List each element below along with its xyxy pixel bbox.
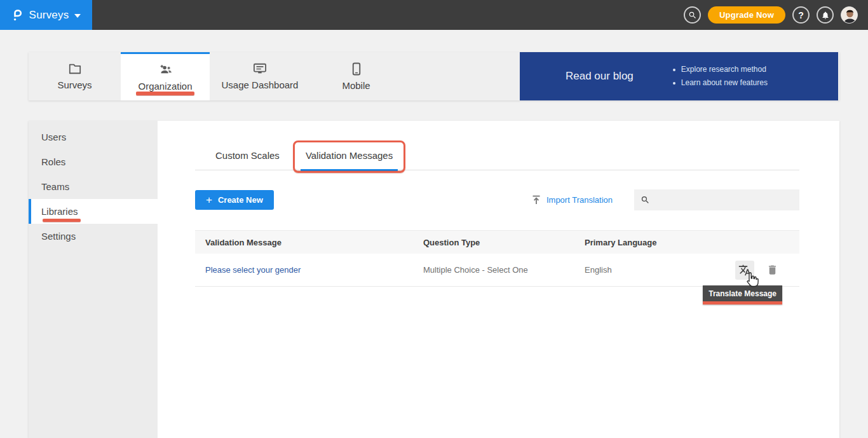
toolbar: + Create New Import Translation xyxy=(195,189,799,210)
user-avatar[interactable] xyxy=(841,6,858,24)
chevron-down-icon xyxy=(74,14,81,18)
import-translation-link[interactable]: Import Translation xyxy=(532,195,613,205)
dashboard-icon xyxy=(252,62,268,75)
sidebar-item-teams[interactable]: Teams xyxy=(29,174,158,199)
search-button[interactable] xyxy=(684,6,701,24)
product-switcher[interactable]: Surveys xyxy=(0,0,92,30)
column-header-primary-language: Primary Language xyxy=(585,238,712,247)
blog-bullet-list: Explore research method Learn about new … xyxy=(673,63,768,90)
tab-label: Mobile xyxy=(342,80,370,91)
primary-language-cell: English xyxy=(585,265,712,275)
import-icon xyxy=(532,195,541,205)
page: Surveys Upgrade Now ? xyxy=(0,0,868,438)
upgrade-now-button[interactable]: Upgrade Now xyxy=(708,6,785,24)
notifications-button[interactable] xyxy=(817,6,834,24)
organization-panel: Users Roles Teams Libraries Settings Cus… xyxy=(29,121,839,438)
libraries-content: Custom Scales Validation Messages + Crea… xyxy=(158,121,839,438)
translate-message-tooltip: Translate Message xyxy=(703,285,782,305)
table-row: Please select your gender Multiple Choic… xyxy=(195,254,799,287)
trash-icon xyxy=(766,264,778,276)
product-name: Surveys xyxy=(29,9,69,22)
search-input[interactable] xyxy=(655,189,799,210)
column-header-validation-message: Validation Message xyxy=(205,238,423,247)
tab-surveys[interactable]: Surveys xyxy=(29,52,121,100)
validation-message-link[interactable]: Please select your gender xyxy=(205,265,301,275)
blog-title: Read our blog xyxy=(566,70,634,83)
sidebar-item-libraries[interactable]: Libraries xyxy=(29,199,158,224)
sidebar-item-label: Libraries xyxy=(41,206,78,217)
sidebar-item-roles[interactable]: Roles xyxy=(29,149,158,174)
annotation-underline xyxy=(136,92,194,95)
blog-bullet: Learn about new features xyxy=(673,76,768,90)
import-translation-label: Import Translation xyxy=(546,195,613,205)
bell-icon xyxy=(821,11,830,20)
tab-label: Organization xyxy=(138,81,192,92)
blog-bullet: Explore research method xyxy=(673,63,768,76)
topbar: Surveys Upgrade Now ? xyxy=(0,0,868,30)
app-nav: Surveys Organization xyxy=(29,52,839,100)
translate-icon xyxy=(738,264,751,277)
validation-messages-table: Validation Message Question Type Primary… xyxy=(195,230,799,287)
table-header: Validation Message Question Type Primary… xyxy=(195,230,799,254)
tab-mobile[interactable]: Mobile xyxy=(310,52,402,100)
org-sidebar: Users Roles Teams Libraries Settings xyxy=(29,121,158,438)
tab-label: Surveys xyxy=(57,79,92,90)
delete-button[interactable] xyxy=(764,261,780,280)
plus-icon: + xyxy=(206,195,212,205)
translate-message-button[interactable] xyxy=(735,261,754,280)
tab-organization[interactable]: Organization xyxy=(121,52,210,100)
library-tabs: Custom Scales Validation Messages xyxy=(195,146,799,170)
sidebar-item-users[interactable]: Users xyxy=(29,125,158,149)
question-mark-icon: ? xyxy=(798,10,804,20)
column-header-question-type: Question Type xyxy=(423,238,585,247)
search-icon xyxy=(641,195,650,205)
create-new-button[interactable]: + Create New xyxy=(195,190,274,210)
search-icon xyxy=(688,11,697,20)
tab-validation-messages[interactable]: Validation Messages xyxy=(301,146,398,171)
toolbar-right: Import Translation xyxy=(532,189,799,210)
tab-label: Usage Dashboard xyxy=(222,79,299,90)
tab-label: Validation Messages xyxy=(306,150,393,161)
topbar-actions: Upgrade Now ? xyxy=(684,0,858,30)
sidebar-item-settings[interactable]: Settings xyxy=(29,224,158,249)
table-search[interactable] xyxy=(634,189,799,210)
tab-usage-dashboard[interactable]: Usage Dashboard xyxy=(210,52,310,100)
tab-custom-scales[interactable]: Custom Scales xyxy=(210,146,285,170)
folder-icon xyxy=(68,62,82,75)
help-button[interactable]: ? xyxy=(792,6,810,24)
add-people-icon xyxy=(157,64,173,76)
annotation-underline xyxy=(43,219,81,222)
mobile-icon xyxy=(352,62,361,76)
blog-banner[interactable]: Read our blog Explore research method Le… xyxy=(520,52,838,100)
create-new-label: Create New xyxy=(218,195,263,205)
row-actions xyxy=(712,261,789,280)
question-type-cell: Multiple Choice - Select One xyxy=(423,265,585,275)
questionpro-logo-icon xyxy=(11,8,24,22)
